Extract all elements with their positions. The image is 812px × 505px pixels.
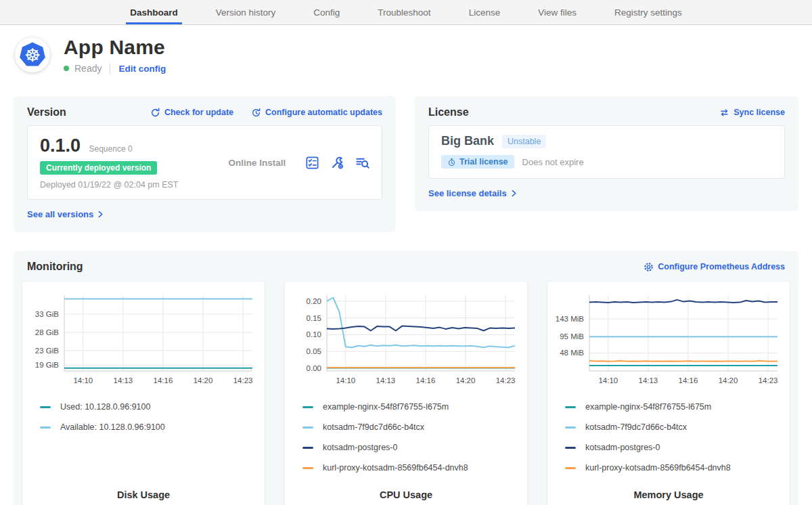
license-assignee: Big Bank	[441, 134, 494, 148]
legend-label: example-nginx-54f8f76755-l675m	[323, 402, 449, 412]
legend-label: kurl-proxy-kotsadm-8569fb6454-dnvh8	[323, 463, 468, 473]
cpu-usage-chart-card: 14:1014:1314:1614:2014:230.200.150.100.0…	[284, 281, 528, 505]
sync-icon	[719, 108, 729, 118]
preflight-checks-button[interactable]	[305, 156, 319, 170]
sync-license-button[interactable]: Sync license	[719, 108, 785, 118]
top-nav: DashboardVersion historyConfigTroublesho…	[0, 0, 812, 25]
tab-troubleshoot[interactable]: Troubleshoot	[359, 0, 449, 24]
status-dot	[64, 66, 69, 71]
schedule-icon	[251, 108, 261, 118]
memory-usage-chart-card: 14:1014:1314:1614:2014:23143 MiB95 MiB48…	[547, 281, 790, 505]
svg-text:14:23: 14:23	[233, 376, 253, 385]
legend-swatch	[565, 467, 576, 469]
tab-config[interactable]: Config	[294, 0, 359, 24]
svg-text:0.05: 0.05	[307, 347, 321, 355]
svg-text:14:23: 14:23	[496, 376, 516, 385]
wrench-gear-icon	[330, 156, 344, 170]
configure-automatic-updates-label: Configure automatic updates	[265, 108, 382, 117]
disk-usage-legend: Used: 10.128.0.96:9100Available: 10.128.…	[40, 402, 259, 489]
see-all-versions-link[interactable]: See all versions	[27, 209, 105, 219]
svg-text:14:20: 14:20	[456, 376, 476, 385]
legend-label: example-nginx-54f8f76755-l675m	[585, 402, 711, 412]
svg-text:0.10: 0.10	[307, 330, 321, 338]
configure-prometheus-button[interactable]: Configure Prometheus Address	[644, 262, 785, 272]
tab-registry-settings[interactable]: Registry settings	[595, 0, 701, 24]
file-search-icon	[355, 156, 369, 170]
legend-item: Available: 10.128.0.96:9100	[40, 422, 259, 432]
svg-text:0.15: 0.15	[307, 314, 321, 322]
see-license-details-label: See license details	[428, 188, 507, 198]
check-for-update-button[interactable]: Check for update	[150, 108, 233, 118]
legend-swatch	[302, 426, 313, 429]
license-card-title: License	[428, 106, 469, 118]
legend-item: kotsadm-postgres-0	[565, 443, 784, 452]
svg-text:14:20: 14:20	[194, 376, 213, 385]
svg-text:33 GiB: 33 GiB	[35, 310, 59, 318]
legend-label: kotsadm-postgres-0	[585, 443, 660, 452]
cards-row: Version Check for update Configure autom…	[14, 96, 798, 232]
legend-item: example-nginx-54f8f76755-l675m	[565, 402, 784, 412]
legend-label: kotsadm-postgres-0	[323, 443, 397, 452]
svg-text:143 MiB: 143 MiB	[556, 315, 585, 323]
cpu-usage-legend: example-nginx-54f8f76755-l675mkotsadm-7f…	[302, 402, 522, 489]
svg-text:48 MiB: 48 MiB	[560, 349, 584, 357]
version-actions	[305, 156, 369, 170]
deploy-logs-button[interactable]	[355, 156, 369, 170]
legend-label: Used: 10.128.0.96:9100	[60, 402, 150, 412]
chevron-right-icon	[510, 189, 518, 198]
edit-config-link[interactable]: Edit config	[118, 64, 166, 74]
cpu-usage-chart: 14:1014:1314:1614:2014:230.200.150.100.0…	[290, 290, 520, 393]
svg-text:14:23: 14:23	[759, 376, 778, 385]
svg-text:14:10: 14:10	[336, 376, 355, 385]
legend-item: example-nginx-54f8f76755-l675m	[302, 402, 522, 412]
legend-swatch	[565, 447, 576, 449]
legend-swatch	[565, 426, 576, 429]
disk-usage-chart: 14:1014:1314:1614:2014:2333 GiB28 GiB23 …	[28, 290, 258, 393]
legend-item: Used: 10.128.0.96:9100	[40, 402, 259, 412]
version-card-title: Version	[27, 106, 66, 118]
app-header: ☸ App Name Ready Edit config	[15, 36, 798, 74]
disk-usage-chart-card: 14:1014:1314:1614:2014:2333 GiB28 GiB23 …	[22, 281, 265, 505]
tab-dashboard[interactable]: Dashboard	[111, 0, 197, 24]
svg-text:14:13: 14:13	[376, 376, 395, 385]
chart-title: CPU Usage	[290, 489, 522, 504]
svg-text:95 MiB: 95 MiB	[560, 332, 584, 341]
legend-swatch	[302, 447, 313, 449]
version-info: 0.1.0 Sequence 0 Currently deployed vers…	[40, 135, 178, 190]
app-status: Ready	[74, 63, 102, 74]
tab-view-files[interactable]: View files	[519, 0, 595, 24]
license-expiry: Does not expire	[522, 157, 584, 167]
see-all-versions-label: See all versions	[27, 209, 93, 219]
page: ☸ App Name Ready Edit config Version Che…	[0, 36, 812, 505]
legend-item: kotsadm-postgres-0	[302, 443, 522, 452]
svg-text:14:16: 14:16	[416, 376, 436, 385]
svg-text:14:16: 14:16	[154, 376, 173, 385]
deployed-timestamp: Deployed 01/19/22 @ 02:04 pm EST	[40, 180, 178, 190]
kubernetes-logo: ☸	[18, 41, 47, 68]
legend-label: kotsadm-7f9dc7d66c-b4tcx	[585, 422, 687, 432]
configure-prometheus-label: Configure Prometheus Address	[658, 262, 785, 271]
version-sequence: Sequence 0	[89, 144, 133, 154]
svg-text:23 GiB: 23 GiB	[35, 347, 59, 355]
license-type-badge: Trial license	[441, 155, 514, 169]
nav-tabs: DashboardVersion historyConfigTroublesho…	[111, 0, 701, 24]
legend-swatch	[302, 406, 313, 408]
legend-swatch	[40, 406, 51, 408]
monitoring-card: Monitoring Configure Prometheus Address …	[14, 251, 798, 505]
config-tools-button[interactable]	[330, 156, 344, 170]
license-info-box: Big Bank Unstable Trial license Does not…	[428, 125, 785, 179]
version-card: Version Check for update Configure autom…	[14, 96, 396, 232]
check-for-update-label: Check for update	[164, 108, 233, 117]
app-logo: ☸	[15, 37, 50, 72]
legend-item: kotsadm-7f9dc7d66c-b4tcx	[565, 422, 784, 432]
legend-label: kurl-proxy-kotsadm-8569fb6454-dnvh8	[585, 463, 731, 473]
svg-text:28 GiB: 28 GiB	[35, 328, 59, 336]
legend-item: kurl-proxy-kotsadm-8569fb6454-dnvh8	[565, 463, 784, 473]
configure-automatic-updates-button[interactable]: Configure automatic updates	[251, 108, 382, 118]
see-license-details-link[interactable]: See license details	[428, 188, 518, 198]
license-type-label: Trial license	[459, 157, 508, 167]
tab-version-history[interactable]: Version history	[197, 0, 295, 24]
svg-text:14:13: 14:13	[113, 376, 133, 385]
tab-license[interactable]: License	[450, 0, 520, 24]
chart-title: Disk Usage	[28, 489, 259, 504]
